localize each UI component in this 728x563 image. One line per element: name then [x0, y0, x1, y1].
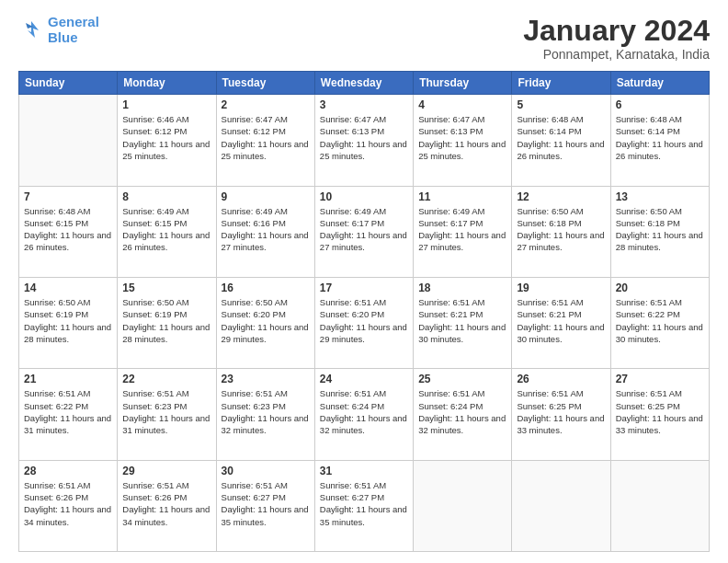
calendar-cell: 8Sunrise: 6:49 AMSunset: 6:15 PMDaylight… — [118, 186, 216, 277]
cell-details: Sunrise: 6:47 AMSunset: 6:12 PMDaylight:… — [222, 113, 310, 162]
sunset-text: Sunset: 6:14 PM — [616, 126, 680, 136]
day-number: 6 — [616, 98, 704, 111]
cell-details: Sunrise: 6:50 AMSunset: 6:19 PMDaylight:… — [122, 296, 210, 345]
sunset-text: Sunset: 6:18 PM — [616, 218, 680, 228]
daylight-text: Daylight: 11 hours and 25 minutes. — [222, 139, 309, 161]
calendar-cell: 11Sunrise: 6:49 AMSunset: 6:17 PMDayligh… — [414, 186, 512, 277]
sunset-text: Sunset: 6:24 PM — [418, 401, 483, 411]
sunset-text: Sunset: 6:19 PM — [24, 309, 88, 319]
sunrise-text: Sunrise: 6:49 AM — [320, 206, 386, 216]
day-number: 12 — [517, 190, 605, 203]
daylight-text: Daylight: 11 hours and 25 minutes. — [122, 139, 210, 161]
cell-details: Sunrise: 6:50 AMSunset: 6:18 PMDaylight:… — [616, 205, 704, 254]
calendar-cell: 25Sunrise: 6:51 AMSunset: 6:24 PMDayligh… — [414, 369, 512, 460]
sunrise-text: Sunrise: 6:51 AM — [616, 297, 682, 307]
cell-details: Sunrise: 6:47 AMSunset: 6:13 PMDaylight:… — [418, 113, 506, 162]
sunset-text: Sunset: 6:22 PM — [616, 309, 680, 319]
daylight-text: Daylight: 11 hours and 34 minutes. — [122, 504, 210, 526]
day-number: 25 — [418, 373, 506, 385]
cell-details: Sunrise: 6:48 AMSunset: 6:14 PMDaylight:… — [517, 113, 605, 162]
sunset-text: Sunset: 6:19 PM — [122, 309, 187, 319]
sunrise-text: Sunrise: 6:51 AM — [320, 480, 386, 490]
sunrise-text: Sunrise: 6:51 AM — [320, 388, 386, 398]
cell-details: Sunrise: 6:51 AMSunset: 6:24 PMDaylight:… — [320, 387, 408, 436]
sunset-text: Sunset: 6:14 PM — [517, 126, 581, 136]
sunset-text: Sunset: 6:20 PM — [222, 309, 286, 319]
title-block: January 2024 Ponnampet, Karnataka, India — [523, 15, 710, 62]
calendar-cell: 22Sunrise: 6:51 AMSunset: 6:23 PMDayligh… — [118, 369, 216, 460]
day-number: 7 — [24, 190, 112, 203]
daylight-text: Daylight: 11 hours and 32 minutes. — [418, 413, 506, 435]
calendar-cell: 15Sunrise: 6:50 AMSunset: 6:19 PMDayligh… — [118, 277, 216, 368]
daylight-text: Daylight: 11 hours and 27 minutes. — [517, 230, 604, 252]
day-number: 22 — [122, 373, 210, 385]
sunrise-text: Sunrise: 6:50 AM — [222, 297, 288, 307]
cell-details: Sunrise: 6:51 AMSunset: 6:21 PMDaylight:… — [517, 296, 605, 345]
daylight-text: Daylight: 11 hours and 35 minutes. — [320, 504, 407, 526]
calendar-cell: 7Sunrise: 6:48 AMSunset: 6:15 PMDaylight… — [19, 186, 118, 277]
calendar-cell — [512, 460, 610, 551]
day-number: 3 — [320, 98, 408, 111]
week-row-5: 28Sunrise: 6:51 AMSunset: 6:26 PMDayligh… — [19, 460, 710, 551]
calendar-cell: 20Sunrise: 6:51 AMSunset: 6:22 PMDayligh… — [610, 277, 709, 368]
sunset-text: Sunset: 6:27 PM — [320, 492, 384, 502]
calendar-cell: 6Sunrise: 6:48 AMSunset: 6:14 PMDaylight… — [610, 95, 709, 186]
sunset-text: Sunset: 6:15 PM — [24, 218, 88, 228]
page: General Blue January 2024 Ponnampet, Kar… — [0, 0, 728, 563]
daylight-text: Daylight: 11 hours and 31 minutes. — [24, 413, 111, 435]
cell-details: Sunrise: 6:51 AMSunset: 6:27 PMDaylight:… — [320, 479, 408, 528]
sunrise-text: Sunrise: 6:47 AM — [418, 114, 484, 124]
calendar-cell: 10Sunrise: 6:49 AMSunset: 6:17 PMDayligh… — [314, 186, 413, 277]
day-number: 14 — [24, 282, 112, 294]
sunset-text: Sunset: 6:24 PM — [320, 401, 384, 411]
calendar-cell: 16Sunrise: 6:50 AMSunset: 6:20 PMDayligh… — [216, 277, 314, 368]
sunrise-text: Sunrise: 6:48 AM — [616, 114, 682, 124]
cell-details: Sunrise: 6:49 AMSunset: 6:15 PMDaylight:… — [122, 205, 210, 254]
daylight-text: Daylight: 11 hours and 35 minutes. — [222, 504, 309, 526]
sunrise-text: Sunrise: 6:51 AM — [616, 388, 682, 398]
sunrise-text: Sunrise: 6:46 AM — [122, 114, 188, 124]
calendar-cell: 21Sunrise: 6:51 AMSunset: 6:22 PMDayligh… — [19, 369, 118, 460]
sunrise-text: Sunrise: 6:50 AM — [517, 206, 583, 216]
sunset-text: Sunset: 6:13 PM — [320, 126, 384, 136]
calendar-cell — [414, 460, 512, 551]
sunrise-text: Sunrise: 6:49 AM — [122, 206, 188, 216]
calendar-cell: 12Sunrise: 6:50 AMSunset: 6:18 PMDayligh… — [512, 186, 610, 277]
calendar-cell: 24Sunrise: 6:51 AMSunset: 6:24 PMDayligh… — [314, 369, 413, 460]
logo: General Blue — [18, 15, 99, 45]
calendar-cell: 2Sunrise: 6:47 AMSunset: 6:12 PMDaylight… — [216, 95, 314, 186]
daylight-text: Daylight: 11 hours and 26 minutes. — [122, 230, 210, 252]
calendar-cell: 5Sunrise: 6:48 AMSunset: 6:14 PMDaylight… — [512, 95, 610, 186]
sunrise-text: Sunrise: 6:51 AM — [222, 388, 288, 398]
cell-details: Sunrise: 6:51 AMSunset: 6:23 PMDaylight:… — [222, 387, 310, 436]
calendar-cell: 28Sunrise: 6:51 AMSunset: 6:26 PMDayligh… — [19, 460, 118, 551]
header-wednesday: Wednesday — [314, 72, 413, 95]
day-number: 28 — [24, 465, 112, 477]
day-number: 15 — [122, 282, 210, 294]
daylight-text: Daylight: 11 hours and 26 minutes. — [24, 230, 111, 252]
cell-details: Sunrise: 6:48 AMSunset: 6:15 PMDaylight:… — [24, 205, 112, 254]
daylight-text: Daylight: 11 hours and 34 minutes. — [24, 504, 111, 526]
header-monday: Monday — [118, 72, 216, 95]
calendar-cell: 19Sunrise: 6:51 AMSunset: 6:21 PMDayligh… — [512, 277, 610, 368]
daylight-text: Daylight: 11 hours and 29 minutes. — [222, 322, 309, 344]
sunrise-text: Sunrise: 6:49 AM — [418, 206, 484, 216]
daylight-text: Daylight: 11 hours and 25 minutes. — [418, 139, 506, 161]
daylight-text: Daylight: 11 hours and 30 minutes. — [616, 322, 703, 344]
sunset-text: Sunset: 6:25 PM — [616, 401, 680, 411]
sunrise-text: Sunrise: 6:51 AM — [24, 480, 90, 490]
sunrise-text: Sunrise: 6:51 AM — [222, 480, 288, 490]
calendar-cell: 3Sunrise: 6:47 AMSunset: 6:13 PMDaylight… — [314, 95, 413, 186]
cell-details: Sunrise: 6:51 AMSunset: 6:23 PMDaylight:… — [122, 387, 210, 436]
calendar-cell — [19, 95, 118, 186]
day-number: 27 — [616, 373, 704, 385]
sunset-text: Sunset: 6:26 PM — [24, 492, 88, 502]
sunset-text: Sunset: 6:20 PM — [320, 309, 384, 319]
sunrise-text: Sunrise: 6:50 AM — [24, 297, 90, 307]
sunset-text: Sunset: 6:12 PM — [222, 126, 286, 136]
header-tuesday: Tuesday — [216, 72, 314, 95]
daylight-text: Daylight: 11 hours and 27 minutes. — [418, 230, 506, 252]
sunrise-text: Sunrise: 6:50 AM — [616, 206, 682, 216]
sunrise-text: Sunrise: 6:51 AM — [122, 480, 188, 490]
sunrise-text: Sunrise: 6:51 AM — [24, 388, 90, 398]
